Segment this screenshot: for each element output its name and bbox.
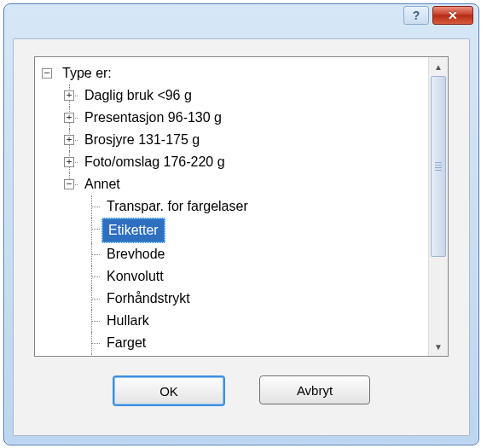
tree-leaf[interactable]: Grovt: [84, 354, 429, 356]
tree-view: − Type er: + Daglig bruk <96 g + Present…: [34, 56, 449, 357]
ok-button-label: OK: [159, 384, 178, 399]
tree-item-label[interactable]: Presentasjon 96-130 g: [81, 107, 225, 129]
scroll-up-icon[interactable]: ▲: [430, 58, 447, 75]
tree-leaf-label[interactable]: Brevhode: [103, 243, 169, 265]
ok-button[interactable]: OK: [113, 375, 225, 406]
vertical-scrollbar[interactable]: ▲ ▼: [428, 57, 448, 356]
tree-item[interactable]: + Foto/omslag 176-220 g: [62, 151, 429, 173]
client-area: − Type er: + Daglig bruk <96 g + Present…: [13, 38, 470, 436]
close-button[interactable]: ✕: [432, 6, 473, 25]
tree-leaf[interactable]: Hullark: [84, 310, 429, 332]
tree-leaf[interactable]: Etiketter: [84, 218, 429, 243]
tree-item-label[interactable]: Foto/omslag 176-220 g: [81, 151, 229, 173]
tree-leaf[interactable]: Farget: [84, 332, 429, 354]
scroll-down-icon[interactable]: ▼: [430, 338, 447, 355]
tree-root[interactable]: − Type er: + Daglig bruk <96 g + Present…: [40, 62, 429, 356]
tree-leaf[interactable]: Forhåndstrykt: [84, 288, 429, 310]
expand-icon[interactable]: +: [64, 90, 74, 101]
tree-leaf-label[interactable]: Forhåndstrykt: [103, 288, 194, 310]
dialog-window: ? ✕ − Type er: + Daglig bruk <96 g: [3, 3, 479, 445]
tree-leaf[interactable]: Konvolutt: [84, 265, 429, 288]
tree-item-label[interactable]: Annet: [81, 173, 124, 195]
titlebar-buttons: ? ✕: [403, 6, 473, 25]
tree-leaf-label[interactable]: Transpar. for fargelaser: [103, 195, 252, 218]
close-icon: ✕: [448, 9, 458, 22]
expand-icon[interactable]: +: [64, 113, 74, 123]
scroll-thumb[interactable]: [431, 76, 446, 257]
help-button[interactable]: ?: [403, 6, 429, 25]
collapse-icon[interactable]: −: [64, 179, 74, 189]
tree-leaf-label[interactable]: Hullark: [103, 310, 153, 332]
tree-item[interactable]: + Daglig bruk <96 g: [62, 84, 429, 107]
tree-item[interactable]: + Presentasjon 96-130 g: [62, 107, 429, 129]
dialog-button-row: OK Avbryt: [34, 375, 449, 406]
collapse-icon[interactable]: −: [42, 68, 52, 79]
tree-leaf-label[interactable]: Grovt: [103, 354, 143, 356]
expand-icon[interactable]: +: [64, 157, 74, 167]
tree-leaf[interactable]: Brevhode: [84, 243, 429, 265]
cancel-button-label: Avbryt: [297, 383, 333, 398]
tree-item-label[interactable]: Brosjyre 131-175 g: [81, 129, 203, 151]
tree-leaf-label[interactable]: Farget: [103, 332, 149, 354]
help-icon: ?: [413, 9, 420, 22]
tree-scroll-area: − Type er: + Daglig bruk <96 g + Present…: [35, 57, 429, 356]
tree-leaf-label-selected[interactable]: Etiketter: [101, 218, 165, 243]
tree-leaf[interactable]: Transpar. for fargelaser: [84, 195, 429, 218]
tree-leaf-label[interactable]: Konvolutt: [103, 265, 167, 288]
cancel-button[interactable]: Avbryt: [259, 375, 370, 404]
tree-item-expanded[interactable]: − Annet Transpar. for fargelaser Etikett…: [62, 173, 429, 356]
tree-item-label[interactable]: Daglig bruk <96 g: [81, 84, 195, 107]
tree-item[interactable]: + Brosjyre 131-175 g: [62, 129, 429, 151]
tree-root-label[interactable]: Type er:: [59, 62, 115, 84]
expand-icon[interactable]: +: [64, 135, 74, 145]
titlebar: ? ✕: [4, 4, 478, 35]
